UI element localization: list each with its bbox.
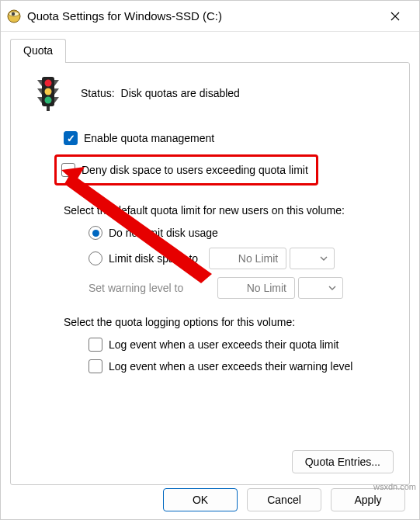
svg-point-7 [45,88,52,95]
warning-unit-dropdown[interactable] [298,277,343,299]
no-limit-radio[interactable] [89,226,102,240]
ok-button[interactable]: OK [163,488,238,511]
watermark: wsxdn.com [373,482,416,491]
quota-window: Quota Settings for Windows-SSD (C:) Quot… [0,0,420,520]
no-limit-radio-label: Do not limit disk usage [109,227,218,239]
cancel-button[interactable]: Cancel [247,488,321,511]
client-area: Quota [1,32,419,485]
status-label: Status: [81,87,115,99]
svg-marker-11 [37,88,42,95]
svg-rect-15 [47,106,50,111]
apply-button[interactable]: Apply [331,488,405,511]
dialog-buttons: OK Cancel Apply [163,488,405,511]
tab-quota[interactable]: Quota [10,39,66,63]
svg-marker-13 [37,97,42,103]
warning-amount-input[interactable] [217,277,295,299]
quota-entries-button[interactable]: Quota Entries... [292,450,394,473]
log-exceed-limit-label: Log event when a user exceeds their quot… [109,338,339,351]
tab-pane: Status: Disk quotas are disabled Enable … [10,62,410,485]
titlebar: Quota Settings for Windows-SSD (C:) [1,1,419,32]
deny-space-checkbox[interactable] [61,163,75,177]
limit-unit-dropdown[interactable] [290,248,335,269]
drive-icon [7,9,21,23]
log-exceed-limit-checkbox[interactable] [89,338,102,352]
svg-point-8 [45,97,52,104]
svg-point-6 [45,80,52,87]
limit-amount-input[interactable] [209,248,286,269]
svg-marker-10 [54,80,59,86]
enable-quota-checkbox[interactable] [64,131,78,145]
chevron-down-icon [328,286,336,290]
close-button[interactable] [377,4,413,29]
default-limit-label: Select the default quota limit for new u… [64,204,392,217]
deny-highlight: Deny disk space to users exceeding quota… [54,154,318,185]
enable-quota-label: Enable quota management [84,132,214,144]
limit-to-radio[interactable] [89,251,102,265]
warning-level-label: Set warning level to [89,282,213,294]
svg-marker-14 [54,97,59,103]
svg-marker-12 [54,88,59,95]
log-exceed-warn-label: Log event when a user exceeds their warn… [109,360,352,373]
svg-marker-9 [37,80,42,86]
limit-to-radio-label: Limit disk space to [109,252,198,265]
status-value: Disk quotas are disabled [121,87,240,99]
window-title: Quota Settings for Windows-SSD (C:) [27,9,377,23]
log-exceed-warn-checkbox[interactable] [89,359,102,373]
logging-label: Select the quota logging options for thi… [64,316,392,328]
traffic-light-icon [33,75,64,111]
deny-space-label: Deny disk space to users exceeding quota… [82,164,308,176]
chevron-down-icon [320,256,328,261]
tabstrip: Quota [10,38,410,62]
svg-point-2 [12,12,15,15]
